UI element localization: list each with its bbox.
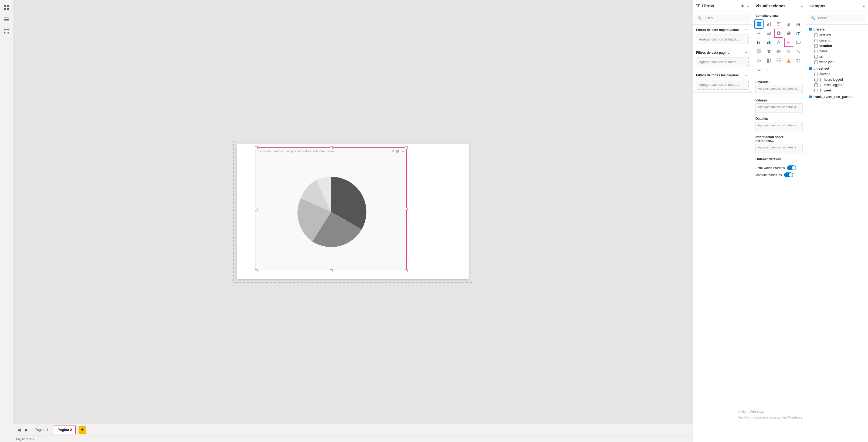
handle-bottom-left[interactable] — [255, 269, 257, 272]
viz-icon-line[interactable] — [754, 29, 764, 38]
page-next-button[interactable]: ▶ — [24, 426, 29, 433]
more-options-icon[interactable]: ⋯ — [401, 149, 404, 153]
week-checkbox[interactable] — [814, 89, 818, 92]
handle-bottom-right[interactable] — [405, 269, 408, 272]
filter-all-drop-zone[interactable]: Agregar campos de datos ... — [696, 80, 749, 90]
name-checkbox[interactable] — [814, 50, 818, 53]
filter-section-visual-more[interactable]: ⋯ — [744, 27, 749, 32]
viz-icon-area[interactable] — [764, 29, 774, 38]
viz-icon-key-influencer[interactable] — [754, 56, 764, 65]
svg-rect-14 — [757, 22, 761, 23]
wage-plan-checkbox[interactable] — [814, 60, 818, 64]
viz-icon-python[interactable]: Py — [794, 47, 803, 56]
viz-icon-100bar[interactable] — [794, 20, 803, 29]
svg-point-75 — [799, 61, 800, 63]
icon-bar-report[interactable] — [1, 2, 12, 13]
viz-icon-gauge[interactable] — [784, 38, 793, 47]
keep-all-toggle[interactable] — [784, 172, 793, 177]
viz-details-drop[interactable]: Agregar campos de datos a... — [755, 122, 803, 131]
field-group-timesheet-header[interactable]: ⊞ timesheet — [806, 65, 868, 71]
svg-rect-31 — [797, 24, 799, 25]
miles-sigma-icon: ∑ — [819, 83, 822, 87]
viz-values-drop[interactable]: Agregar campos de datos a... — [755, 103, 803, 113]
miles-logged-label: miles-logged — [824, 83, 842, 87]
viz-icon-funnel[interactable] — [764, 47, 774, 56]
svg-rect-20 — [768, 23, 769, 26]
field-group-drivers-header[interactable]: ⊞ drivers — [806, 26, 868, 32]
filter-icon[interactable]: ⧩ — [391, 149, 394, 153]
field-item-miles-logged: ∑ miles-logged — [806, 82, 868, 88]
viz-tooltip-drop[interactable]: Agregar campos de datos a... — [755, 144, 803, 153]
viz-icon-scatter[interactable] — [774, 38, 783, 47]
handle-mid-right[interactable] — [405, 208, 408, 211]
viz-icon-donut[interactable] — [774, 29, 783, 38]
viz-icon-map[interactable] — [774, 47, 783, 56]
location-checkbox[interactable] — [814, 44, 818, 48]
field-item-certified: certified — [806, 32, 868, 38]
icon-bar-data[interactable] — [1, 14, 12, 25]
hours-logged-checkbox[interactable] — [814, 78, 818, 82]
viz-icon-matrix[interactable] — [774, 56, 783, 65]
viz-icon-multirow-card[interactable] — [754, 47, 764, 56]
viz-icon-table[interactable] — [754, 20, 764, 29]
handle-mid-left[interactable] — [255, 208, 257, 211]
miles-logged-checkbox[interactable] — [814, 84, 818, 87]
viz-panel-title: Visualizaciones — [755, 3, 785, 8]
viz-icon-bar[interactable] — [764, 20, 774, 29]
field-group-truck-event-header[interactable]: ⊞ truck_event_text_partiti... — [806, 94, 868, 100]
svg-point-48 — [778, 40, 779, 41]
campos-expand-button[interactable]: » — [863, 4, 865, 8]
filters-eye-button[interactable]: 👁 — [741, 4, 744, 8]
filter-section-page-more[interactable]: ⋯ — [744, 50, 749, 55]
filter-visual-drop-zone[interactable]: Agregar campos de datos ... — [696, 35, 749, 44]
viz-icon-ribbon[interactable] — [754, 38, 764, 47]
certified-checkbox[interactable] — [814, 33, 818, 37]
viz-icon-custom[interactable] — [794, 56, 803, 65]
campos-search-input[interactable] — [809, 14, 865, 22]
focus-mode-icon[interactable]: ⊡ — [396, 149, 399, 153]
filter-page-drop-zone[interactable]: Agregar campos de datos ... — [696, 57, 749, 67]
viz-expand-button[interactable]: » — [801, 4, 803, 8]
viz-icon-arcgis[interactable] — [784, 56, 793, 65]
viz-icon-pie[interactable] — [784, 29, 793, 38]
viz-icon-r-visual[interactable]: R — [784, 47, 793, 56]
viz-icon-waterfall[interactable] — [764, 38, 774, 47]
icon-bar-model[interactable] — [1, 26, 12, 37]
canvas-workspace[interactable]: Seleccione o arrastre campos para rellen… — [13, 0, 692, 424]
cross-report-row: Entre varios informes — [752, 164, 806, 171]
svg-rect-16 — [759, 24, 761, 25]
viz-icon-chevron-down[interactable] — [754, 65, 764, 74]
svg-rect-2 — [4, 8, 6, 10]
field-group-timesheet-label: timesheet — [813, 67, 829, 70]
cross-report-toggle[interactable] — [787, 165, 796, 170]
filters-expand-button[interactable]: » — [747, 4, 749, 8]
campos-panel-title: Campos — [809, 3, 825, 8]
viz-legend-drop[interactable]: Agregar campos de datos a... — [755, 85, 803, 94]
handle-bottom-mid[interactable] — [330, 269, 333, 272]
week-label: week — [824, 89, 832, 92]
filters-search-input[interactable] — [695, 14, 749, 22]
page1-tab[interactable]: Página 1 — [31, 425, 52, 434]
pie-chart-area — [261, 158, 401, 265]
svg-rect-66 — [776, 59, 781, 59]
filter-section-all-more[interactable]: ⋯ — [744, 72, 749, 78]
svg-rect-63 — [767, 59, 769, 63]
driverid-checkbox[interactable] — [814, 39, 818, 42]
viz-icon-card[interactable]: 123 — [794, 38, 803, 47]
certified-label: certified — [819, 33, 831, 37]
viz-icon-stacked-bar[interactable] — [774, 20, 783, 29]
filters-search-area: 🔍 — [693, 12, 752, 25]
add-page-button[interactable]: + — [79, 426, 86, 434]
viz-icon-column[interactable] — [784, 20, 793, 29]
viz-icon-line-col[interactable] — [794, 29, 803, 38]
svg-rect-26 — [788, 24, 789, 26]
ssn-checkbox[interactable] — [814, 55, 818, 59]
page-prev-button[interactable]: ◀ — [16, 426, 22, 433]
driverid-ts-checkbox[interactable] — [814, 72, 818, 76]
field-item-ssn: ssn — [806, 54, 868, 59]
viz-icon-ellipsis[interactable]: ⋯ — [764, 65, 774, 74]
visual-container[interactable]: Seleccione o arrastre campos para rellen… — [256, 147, 407, 271]
page2-tab[interactable]: Página 2 — [54, 425, 75, 434]
viz-icon-treemap[interactable] — [764, 56, 774, 65]
wage-plan-label: wage-plan — [819, 60, 834, 64]
